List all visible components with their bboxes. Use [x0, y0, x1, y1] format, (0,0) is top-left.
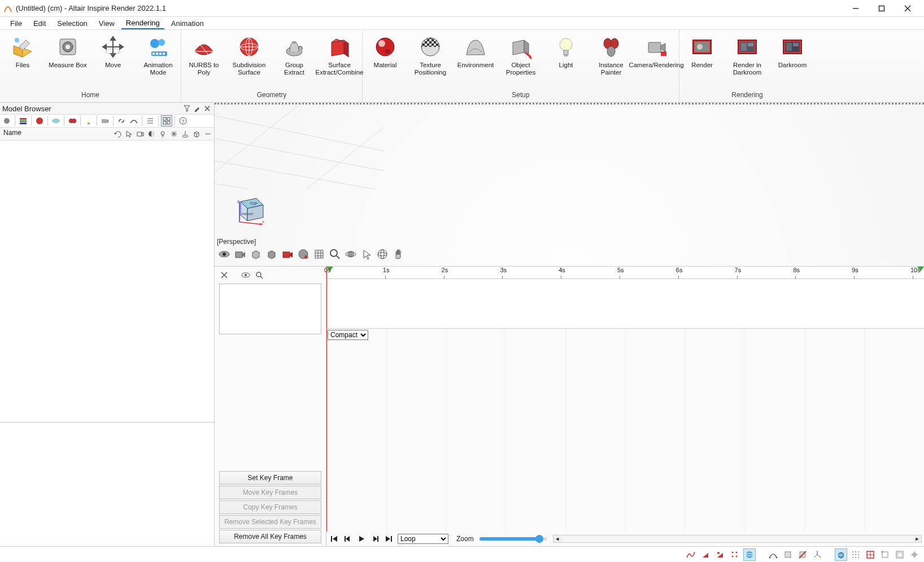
- sb-frame-icon[interactable]: [879, 548, 891, 561]
- timeline-marker-end[interactable]: [917, 267, 924, 271]
- name-column[interactable]: Name: [0, 128, 111, 140]
- mb-tool-1[interactable]: [1, 115, 12, 127]
- texture-positioning-button[interactable]: Texture Positioning: [411, 32, 450, 76]
- scroll-right-arrow[interactable]: ►: [913, 535, 921, 542]
- hdr-box-icon[interactable]: [191, 129, 202, 139]
- skip-end-button[interactable]: [383, 533, 394, 544]
- render-in-darkroom-button[interactable]: Render in Darkroom: [728, 32, 766, 76]
- vp-cube2-icon[interactable]: [264, 247, 279, 262]
- sb-viewcube-icon[interactable]: zyx: [835, 548, 847, 561]
- vp-globe-icon[interactable]: [375, 247, 390, 262]
- vp-zoom-icon[interactable]: [328, 247, 342, 262]
- sb-grid-dots-icon[interactable]: [849, 548, 862, 561]
- skip-start-button[interactable]: [329, 533, 340, 544]
- environment-button[interactable]: Environment: [456, 32, 495, 69]
- hdr-light-icon[interactable]: [158, 129, 168, 139]
- edit-pencil-icon[interactable]: [193, 104, 202, 113]
- menu-rendering[interactable]: Rendering: [121, 18, 164, 29]
- maximize-button[interactable]: [869, 0, 895, 17]
- timeline-ruler[interactable]: 0s 1s 2s 3s 4s 5s 6s 7s 8s 9s 10s: [326, 267, 924, 279]
- animation-mode-button[interactable]: Animation Mode: [139, 32, 177, 76]
- mb-tool-env[interactable]: [50, 115, 62, 127]
- hdr-ground-icon[interactable]: [180, 129, 190, 139]
- sb-box-disabled-icon[interactable]: [796, 548, 809, 561]
- mb-tool-curve[interactable]: [128, 115, 140, 127]
- surface-extract-button[interactable]: Surface Extract/Combine: [320, 32, 359, 76]
- mb-tool-layers[interactable]: [18, 115, 29, 127]
- timeline-scrollbar[interactable]: ◄ ►: [553, 535, 922, 543]
- mb-tool-light[interactable]: [83, 115, 94, 127]
- remove-selected-keyframes-button[interactable]: Remove Selected Key Frames: [219, 515, 321, 529]
- move-keyframes-button[interactable]: Move Key Frames: [219, 486, 321, 499]
- hdr-freeze-icon[interactable]: [169, 129, 179, 139]
- menu-animation[interactable]: Animation: [167, 18, 208, 29]
- hdr-cursor-icon[interactable]: [124, 129, 134, 139]
- files-button[interactable]: Files: [3, 32, 42, 69]
- sb-safe-frame-icon[interactable]: [894, 548, 906, 561]
- render-button[interactable]: Render: [683, 32, 721, 69]
- measure-box-button[interactable]: Measure Box: [49, 32, 87, 69]
- animation-preview[interactable]: [219, 284, 321, 334]
- sb-light2-icon[interactable]: [714, 548, 726, 561]
- vp-camera-red-icon[interactable]: [280, 247, 295, 262]
- close-button[interactable]: [895, 0, 921, 17]
- viewport[interactable]: TOP FRONT z x [Perspective]: [215, 103, 924, 546]
- playhead-tracks[interactable]: [326, 329, 327, 531]
- mb-tool-grid[interactable]: [161, 115, 172, 127]
- sb-crosshair-icon[interactable]: [908, 548, 921, 561]
- mb-tool-list[interactable]: [145, 115, 156, 127]
- sb-axes-icon[interactable]: [811, 548, 823, 561]
- hdr-more-icon[interactable]: [203, 129, 213, 139]
- subdivision-surface-button[interactable]: Subdivision Surface: [230, 32, 268, 76]
- playback-mode-select[interactable]: Loop: [398, 534, 448, 544]
- vp-grid-icon[interactable]: [312, 247, 326, 262]
- nurbs-to-poly-button[interactable]: NURBS to Poly: [185, 32, 223, 76]
- set-keyframe-button[interactable]: Set Key Frame: [219, 471, 321, 485]
- playhead[interactable]: [326, 267, 327, 328]
- menu-view[interactable]: View: [94, 18, 119, 29]
- filter-icon[interactable]: [182, 104, 191, 113]
- material-button[interactable]: Material: [366, 32, 404, 69]
- sb-particles-icon[interactable]: [729, 548, 741, 561]
- anim-close-icon[interactable]: [219, 270, 229, 280]
- vp-hand-icon[interactable]: [391, 247, 406, 262]
- sb-curves-icon[interactable]: [685, 548, 697, 561]
- move-button[interactable]: Move: [94, 32, 132, 69]
- hdr-shade-icon[interactable]: [146, 129, 156, 139]
- step-forward-button[interactable]: [369, 533, 381, 544]
- vp-cursor-icon[interactable]: [359, 247, 374, 262]
- close-panel-icon[interactable]: [203, 104, 212, 113]
- menu-file[interactable]: File: [6, 18, 27, 29]
- menu-selection[interactable]: Selection: [53, 18, 91, 29]
- sb-box-icon[interactable]: [782, 548, 794, 561]
- sb-light1-icon[interactable]: [699, 548, 712, 561]
- model-browser-properties[interactable]: [0, 422, 214, 546]
- zoom-slider[interactable]: [480, 537, 547, 541]
- mb-tool-spheres[interactable]: [67, 115, 78, 127]
- vp-orbit-icon[interactable]: [343, 247, 358, 262]
- light-button[interactable]: Light: [547, 32, 585, 69]
- vp-sphere-icon[interactable]: [296, 247, 311, 262]
- mb-tool-link[interactable]: [116, 115, 127, 127]
- model-browser-tree[interactable]: [0, 141, 214, 422]
- play-button[interactable]: [356, 533, 367, 544]
- mb-tool-camera[interactable]: [99, 115, 111, 127]
- hdr-camera-icon[interactable]: [135, 129, 145, 139]
- minimize-button[interactable]: [843, 0, 869, 17]
- timeline-tracks[interactable]: Compact: [326, 329, 924, 531]
- view-cube[interactable]: TOP FRONT z x: [232, 193, 265, 226]
- compact-select[interactable]: Compact: [328, 330, 368, 340]
- instance-painter-button[interactable]: Instance Painter: [592, 32, 630, 76]
- copy-keyframes-button[interactable]: Copy Key Frames: [219, 500, 321, 514]
- vp-cube1-icon[interactable]: [249, 247, 263, 262]
- menu-edit[interactable]: Edit: [29, 18, 50, 29]
- vp-eye-icon[interactable]: [217, 247, 232, 262]
- remove-all-keyframes-button[interactable]: Remove All Key Frames: [219, 530, 321, 543]
- anim-search-icon[interactable]: [254, 270, 264, 280]
- camera-rendering-button[interactable]: Camera/Rendering: [637, 32, 675, 69]
- mb-tool-sphere[interactable]: [34, 115, 45, 127]
- anim-eye-icon[interactable]: [241, 270, 251, 280]
- mb-tool-help[interactable]: ?: [177, 115, 189, 127]
- group-extract-button[interactable]: Group Extract: [275, 32, 313, 76]
- hdr-redo-icon[interactable]: [112, 129, 123, 139]
